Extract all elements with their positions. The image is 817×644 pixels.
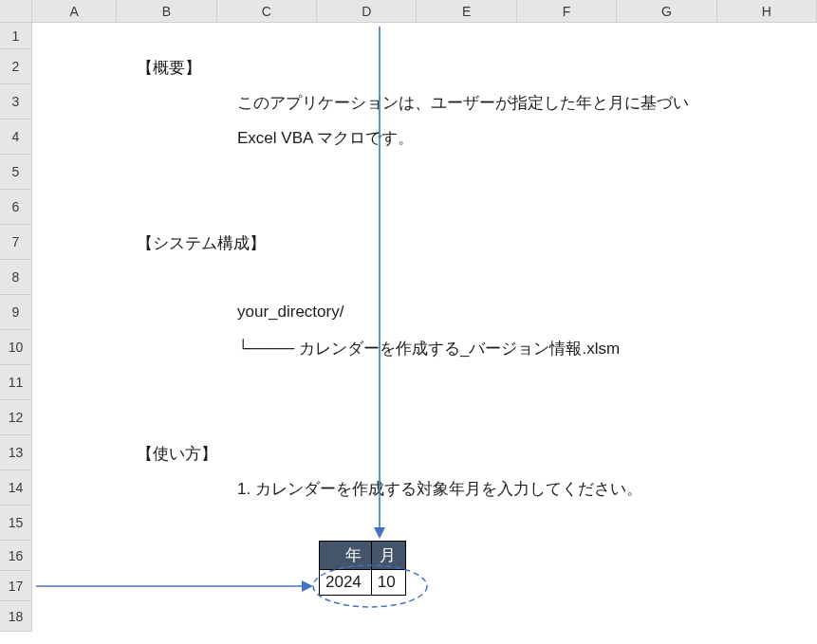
row-header-11[interactable]: 11 [0, 365, 32, 400]
year-input-cell[interactable]: 2024 [320, 570, 372, 596]
row-header-1[interactable]: 1 [0, 23, 32, 49]
column-header-g[interactable]: G [617, 0, 716, 23]
overview-line1: このアプリケーションは、ユーザーが指定した年と月に基づい [237, 92, 689, 114]
column-header-h[interactable]: H [717, 0, 817, 23]
tree-branch-icon: └──── [237, 340, 299, 358]
system-heading: 【システム構成】 [137, 232, 266, 254]
select-all-corner[interactable] [0, 0, 32, 23]
spreadsheet: ABCDEFGH 123456789101112131415161718 【概要… [0, 0, 817, 644]
row-header-16[interactable]: 16 [0, 541, 32, 571]
year-header: 年 [320, 542, 372, 570]
month-input-cell[interactable]: 10 [371, 570, 405, 596]
column-header-c[interactable]: C [217, 0, 317, 23]
column-header-a[interactable]: A [32, 0, 117, 23]
column-header-b[interactable]: B [117, 0, 216, 23]
row-header-5[interactable]: 5 [0, 155, 32, 190]
row-header-7[interactable]: 7 [0, 225, 32, 260]
row-headers: 123456789101112131415161718 [0, 23, 32, 632]
overview-line2: Excel VBA マクロです。 [237, 127, 414, 149]
row-header-4[interactable]: 4 [0, 120, 32, 155]
row-header-6[interactable]: 6 [0, 190, 32, 225]
column-header-f[interactable]: F [517, 0, 617, 23]
system-dir: your_directory/ [237, 303, 344, 322]
row-header-18[interactable]: 18 [0, 601, 32, 632]
row-header-3[interactable]: 3 [0, 84, 32, 120]
row-header-14[interactable]: 14 [0, 470, 32, 506]
column-header-d[interactable]: D [317, 0, 417, 23]
row-header-9[interactable]: 9 [0, 295, 32, 330]
row-header-10[interactable]: 10 [0, 330, 32, 365]
month-header: 月 [371, 542, 405, 570]
row-header-8[interactable]: 8 [0, 260, 32, 295]
row-header-2[interactable]: 2 [0, 49, 32, 84]
column-header-e[interactable]: E [417, 0, 516, 23]
overview-heading: 【概要】 [137, 57, 201, 79]
column-headers: ABCDEFGH [0, 0, 817, 23]
row-header-12[interactable]: 12 [0, 400, 32, 435]
usage-step1: 1. カレンダーを作成する対象年月を入力してください。 [237, 478, 642, 500]
row-header-13[interactable]: 13 [0, 435, 32, 470]
usage-heading: 【使い方】 [137, 443, 217, 465]
year-month-table: 年 月 2024 10 [319, 541, 406, 596]
system-tree-line: └──── カレンダーを作成する_バージョン情報.xlsm [237, 338, 620, 359]
row-header-15[interactable]: 15 [0, 506, 32, 541]
system-file: カレンダーを作成する_バージョン情報.xlsm [299, 340, 620, 358]
row-header-17[interactable]: 17 [0, 571, 32, 601]
